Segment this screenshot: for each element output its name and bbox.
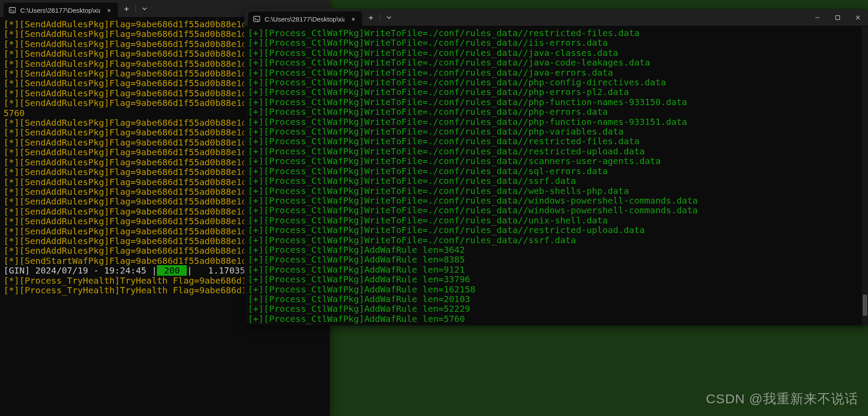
terminal-text: [*][SendAddRulesPkg]Flag=9abe686d1f55ad0… <box>4 127 268 138</box>
terminal-text: [*][Process_TryHealth]TryHealth Flag=9ab… <box>4 275 268 286</box>
terminal-line: [+][Process_CtlWafPkg]WriteToFile=./conf… <box>248 77 864 87</box>
terminal-line: [+][Process_CtlWafPkg]AddWafRule len=162… <box>248 285 864 294</box>
terminal-text: [+][Process_CtlWafPkg]AddWafRule len=201… <box>248 294 470 304</box>
terminal-line: [+][Process_CtlWafPkg]WriteToFile=./conf… <box>248 28 864 38</box>
scrollbar-thumb[interactable] <box>863 295 867 316</box>
terminal-text: [+][Process_CtlWafPkg]AddWafRule len=912… <box>248 264 465 275</box>
tab-title: C:\Users\28177\Desktop\xiany <box>20 7 100 14</box>
tab-active[interactable]: C:\Users\28177\Desktop\xiany ✕ <box>4 3 118 18</box>
terminal-text: [*][SendAddRulesPkg]Flag=9abe686d1f55ad0… <box>4 29 268 39</box>
terminal-line: [+][Process_CtlWafPkg]WriteToFile=./conf… <box>248 225 864 235</box>
terminal-text: [+][Process_CtlWafPkg]AddWafRule len=838… <box>248 254 465 265</box>
terminal-line: [+][Process_CtlWafPkg]WriteToFile=./conf… <box>248 146 864 156</box>
terminal-line: [+][Process_CtlWafPkg]WriteToFile=./conf… <box>248 87 864 97</box>
terminal-text: [+][Process_CtlWafPkg]WriteToFile=./conf… <box>248 47 618 58</box>
terminal-text: [*][SendAddRulesPkg]Flag=9abe686d1f55ad0… <box>4 226 268 237</box>
terminal-text: [+][Process_CtlWafPkg]WriteToFile=./conf… <box>248 175 576 186</box>
tab-actions: + <box>362 9 398 26</box>
tab-title: C:\Users\28177\Desktop\xiany <box>265 15 345 23</box>
terminal-text: [+][Process_CtlWafPkg]AddWafRule len=337… <box>248 274 470 285</box>
scrollbar[interactable] <box>862 26 868 325</box>
terminal-text: [+][Process_CtlWafPkg]WriteToFile=./conf… <box>248 215 608 226</box>
window-controls <box>807 9 868 26</box>
close-tab-icon[interactable]: ✕ <box>349 15 358 23</box>
terminal-text: [*][SendAddRulesPkg]Flag=9abe686d1f55ad0… <box>4 19 268 29</box>
svg-rect-1 <box>254 16 260 22</box>
terminal-window-right: C:\Users\28177\Desktop\xiany ✕ + [+][Pro… <box>244 9 868 325</box>
close-window-button[interactable] <box>848 9 868 26</box>
terminal-line: [+][Process_CtlWafPkg]WriteToFile=./conf… <box>248 166 864 176</box>
terminal-line: [+][Process_CtlWafPkg]AddWafRule len=364… <box>248 245 864 255</box>
terminal-text: [*][SendAddRulesPkg]Flag=9abe686d1f55ad0… <box>4 58 268 69</box>
terminal-line: [+][Process_CtlWafPkg]WriteToFile=./conf… <box>248 176 864 186</box>
tab-dropdown-button[interactable] <box>380 9 398 26</box>
titlebar[interactable]: C:\Users\28177\Desktop\xiany ✕ + <box>244 9 868 26</box>
terminal-line: [+][Process_CtlWafPkg]WriteToFile=./conf… <box>248 127 864 136</box>
terminal-text: [*][SendAddRulesPkg]Flag=9abe686d1f55ad0… <box>4 48 268 59</box>
svg-rect-0 <box>9 7 15 13</box>
terminal-text: [*][SendAddRulesPkg]Flag=9abe686d1f55ad0… <box>4 236 268 246</box>
terminal-text: [+][Process_CtlWafPkg]WriteToFile=./conf… <box>248 225 645 235</box>
new-tab-button[interactable]: + <box>118 0 135 18</box>
terminal-text: [GIN] 2024/07/19 - 19:24:45 | <box>4 265 157 276</box>
terminal-text: [+][Process_CtlWafPkg]WriteToFile=./conf… <box>248 136 639 146</box>
terminal-line: [+][Process_CtlWafPkg]WriteToFile=./conf… <box>248 117 864 127</box>
terminal-line: [+][Process_CtlWafPkg]WriteToFile=./conf… <box>248 97 864 107</box>
close-tab-icon[interactable]: ✕ <box>105 6 113 15</box>
terminal-text: [+][Process_CtlWafPkg]WriteToFile=./conf… <box>248 156 661 166</box>
terminal-text: [+][Process_CtlWafPkg]WriteToFile=./conf… <box>248 146 645 157</box>
terminal-text: [+][Process_CtlWafPkg]AddWafRule len=162… <box>248 284 476 295</box>
terminal-output[interactable]: [+][Process_CtlWafPkg]WriteToFile=./conf… <box>244 26 868 325</box>
terminal-text: [*][SendAddRulesPkg]Flag=9abe686d1f55ad0… <box>4 137 268 148</box>
terminal-line: [+][Process_CtlWafPkg]WriteToFile=./conf… <box>248 107 864 117</box>
terminal-text: [+][Process_CtlWafPkg]WriteToFile=./conf… <box>248 235 576 245</box>
terminal-text: [+][Process_CtlWafPkg]WriteToFile=./conf… <box>248 117 687 127</box>
terminal-text: 200 <box>157 265 187 276</box>
terminal-text: [+][Process_CtlWafPkg]WriteToFile=./conf… <box>248 77 666 88</box>
terminal-text: [+][Process_CtlWafPkg]WriteToFile=./conf… <box>248 87 629 97</box>
terminal-icon <box>253 15 260 22</box>
terminal-text: [*][SendAddRulesPkg]Flag=9abe686d1f55ad0… <box>4 117 268 128</box>
terminal-text: [+][Process_CtlWafPkg]WriteToFile=./conf… <box>248 186 629 196</box>
terminal-line: [+][Process_CtlWafPkg]WriteToFile=./conf… <box>248 186 864 196</box>
terminal-text: [*][SendAddRulesPkg]Flag=9abe686d1f55ad0… <box>4 177 268 187</box>
terminal-line: [+][Process_CtlWafPkg]AddWafRule len=838… <box>248 255 864 264</box>
terminal-line: [+][Process_CtlWafPkg]WriteToFile=./conf… <box>248 48 864 58</box>
terminal-text: [+][Process_CtlWafPkg]WriteToFile=./conf… <box>248 57 650 68</box>
terminal-line: [+][Process_CtlWafPkg]AddWafRule len=201… <box>248 294 864 304</box>
terminal-text: [+][Process_CtlWafPkg]WriteToFile=./conf… <box>248 195 698 206</box>
terminal-text: [*][SendAddRulesPkg]Flag=9abe686d1f55ad0… <box>4 68 268 79</box>
tab-dropdown-button[interactable] <box>136 0 153 18</box>
tab-active[interactable]: C:\Users\28177\Desktop\xiany ✕ <box>248 11 362 26</box>
terminal-line: [+][Process_CtlWafPkg]AddWafRule len=337… <box>248 274 864 284</box>
terminal-line: [+][Process_CtlWafPkg]AddWafRule len=522… <box>248 304 864 314</box>
terminal-text: [*][SendAddRulesPkg]Flag=9abe686d1f55ad0… <box>4 98 268 108</box>
terminal-text: 5760 <box>4 108 25 118</box>
terminal-line: [+][Process_CtlWafPkg]WriteToFile=./conf… <box>248 68 864 77</box>
terminal-text: [+][Process_CtlWafPkg]WriteToFile=./conf… <box>248 28 639 38</box>
terminal-text: [*][SendAddRulesPkg]Flag=9abe686d1f55ad0… <box>4 196 268 207</box>
terminal-text: [*][Process_TryHealth]TryHealth Flag=9ab… <box>4 285 268 296</box>
terminal-icon <box>9 7 16 14</box>
new-tab-button[interactable]: + <box>362 9 380 26</box>
terminal-text: [+][Process_CtlWafPkg]WriteToFile=./conf… <box>248 67 613 78</box>
terminal-text: [*][SendAddRulesPkg]Flag=9abe686d1f55ad0… <box>4 88 268 99</box>
terminal-line: [+][Process_CtlWafPkg]AddWafRule len=912… <box>248 265 864 274</box>
terminal-line: [+][Process_CtlWafPkg]WriteToFile=./conf… <box>248 38 864 47</box>
terminal-text: [+][Process_CtlWafPkg]WriteToFile=./conf… <box>248 166 608 176</box>
watermark: CSDN @我重新来不说话 <box>706 390 858 408</box>
terminal-text: [*][SendAddRulesPkg]Flag=9abe686d1f55ad0… <box>4 186 268 197</box>
terminal-text: [*][SendAddRulesPkg]Flag=9abe686d1f55ad0… <box>4 147 268 157</box>
terminal-text: [*][SendStartWafPkg]Flag=9abe686d1f55ad0… <box>4 255 268 266</box>
tab-actions: + <box>118 0 153 17</box>
terminal-line: [+][Process_CtlWafPkg]WriteToFile=./conf… <box>248 205 864 215</box>
minimize-button[interactable] <box>807 9 828 26</box>
terminal-text: [*][SendAddRulesPkg]Flag=9abe686d1f55ad0… <box>4 167 268 177</box>
terminal-line: [+][Process_CtlWafPkg]WriteToFile=./conf… <box>248 136 864 146</box>
terminal-text: [*][SendAddRulesPkg]Flag=9abe686d1f55ad0… <box>4 216 268 226</box>
terminal-line: [+][Process_CtlWafPkg]AddWafRule len=576… <box>248 314 864 324</box>
terminal-line: [+][Process_CtlWafPkg]WriteToFile=./conf… <box>248 215 864 225</box>
terminal-text: [*][SendAddRulesPkg]Flag=9abe686d1f55ad0… <box>4 78 268 88</box>
maximize-button[interactable] <box>828 9 848 26</box>
terminal-line: [+][Process_CtlWafPkg]WriteToFile=./conf… <box>248 235 864 245</box>
